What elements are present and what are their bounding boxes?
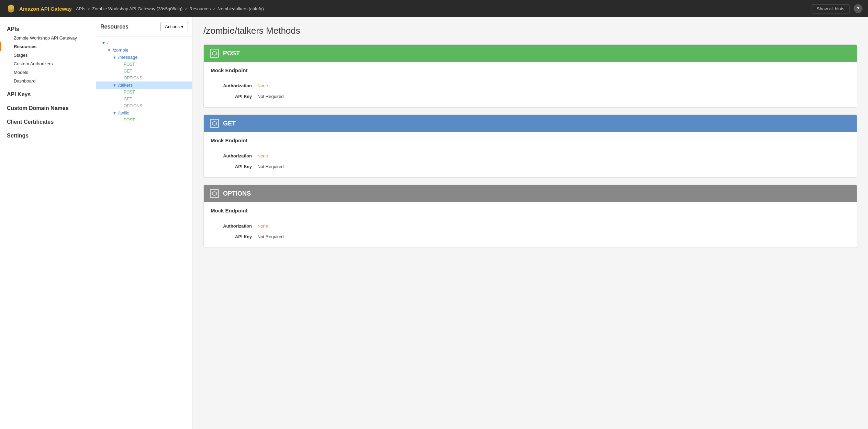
tree-label-msg-post: POST	[124, 62, 135, 67]
tree-label-talkers: /talkers	[118, 82, 133, 88]
post-authorization: Authorization None	[211, 80, 850, 91]
tree-label-zombie: /zombie	[113, 47, 129, 53]
svg-marker-6	[212, 191, 216, 196]
tree-label-msg-get: GET	[124, 69, 132, 74]
breadcrumb-apis[interactable]: APIs	[76, 6, 85, 11]
sidebar-section-apikeys[interactable]: API Keys	[0, 89, 96, 99]
app-name: Amazon API Gateway	[19, 6, 72, 12]
options-method-icon	[210, 189, 219, 198]
main-content: /zombie/talkers Methods POST Mock Endpoi…	[192, 17, 868, 429]
page-title: /zombie/talkers Methods	[203, 25, 857, 36]
top-nav: Amazon API Gateway APIs > Zombie Worksho…	[0, 0, 868, 17]
sidebar-item-dashboard[interactable]: Dashboard	[0, 77, 96, 85]
collapse-tab[interactable]: ◀	[192, 216, 192, 230]
breadcrumb-current: /zombie/talkers (ai4nfg)	[218, 6, 264, 11]
tree-arrow-message: ▼	[113, 55, 117, 59]
sidebar-item-resources[interactable]: Resources	[0, 42, 96, 51]
post-label: POST	[223, 50, 240, 57]
options-apikey-label: API Key	[211, 234, 252, 239]
method-card-post: POST Mock Endpoint Authorization None AP…	[203, 44, 857, 108]
tree-label-twilio: /twilio	[118, 110, 130, 116]
method-card-post-body: Mock Endpoint Authorization None API Key…	[204, 62, 857, 107]
tree-item-zombie[interactable]: ▼ /zombie	[96, 46, 192, 54]
get-endpoint: Mock Endpoint	[211, 138, 850, 147]
resource-tree: ▼ / ▼ /zombie ▼ /message POST GET	[96, 36, 192, 126]
method-card-options-header[interactable]: OPTIONS	[204, 185, 857, 202]
sidebar-item-stages[interactable]: Stages	[0, 51, 96, 59]
get-apikey: API Key Not Required	[211, 161, 850, 172]
options-auth-label: Authorization	[211, 223, 252, 229]
sidebar-item-zombie-gateway[interactable]: Zombie Workshop API Gateway	[0, 34, 96, 42]
get-auth-label: Authorization	[211, 153, 252, 158]
resource-panel: Resources Actions ▾ ◀ ▼ / ▼ /zombie ▼ /m…	[96, 17, 192, 429]
options-apikey: API Key Not Required	[211, 231, 850, 242]
cube-icon-post	[212, 51, 217, 56]
sidebar: APIs Zombie Workshop API Gateway Resourc…	[0, 17, 96, 429]
show-hints-button[interactable]: Show all hints	[812, 4, 849, 13]
sidebar-section-client-certs[interactable]: Client Certificates	[0, 117, 96, 126]
logo-icon	[5, 3, 16, 14]
post-method-icon	[210, 49, 219, 58]
get-apikey-label: API Key	[211, 164, 252, 169]
sidebar-section-settings[interactable]: Settings	[0, 131, 96, 140]
breadcrumb-resources[interactable]: Resources	[189, 6, 211, 11]
method-card-post-header[interactable]: POST	[204, 45, 857, 62]
method-card-options-body: Mock Endpoint Authorization None API Key…	[204, 202, 857, 248]
app-logo: Amazon API Gateway	[5, 3, 72, 14]
post-endpoint: Mock Endpoint	[211, 67, 850, 77]
tree-arrow-twilio: ▼	[113, 111, 117, 115]
get-authorization: Authorization None	[211, 151, 850, 161]
breadcrumb-gateway[interactable]: Zombie Workshop API Gateway (38s5g06dlg)	[92, 6, 183, 11]
tree-item-message-get[interactable]: GET	[96, 68, 192, 75]
method-card-options: OPTIONS Mock Endpoint Authorization None…	[203, 185, 857, 248]
tree-item-message[interactable]: ▼ /message	[96, 54, 192, 61]
options-apikey-value: Not Required	[257, 234, 284, 239]
tree-item-talkers-options[interactable]: OPTIONS	[96, 102, 192, 109]
resource-panel-title: Resources	[100, 24, 157, 30]
actions-button[interactable]: Actions ▾	[160, 22, 188, 31]
tree-item-twilio[interactable]: ▼ /twilio	[96, 109, 192, 117]
sidebar-item-models[interactable]: Models	[0, 68, 96, 77]
tree-label-tlk-options: OPTIONS	[124, 103, 142, 108]
method-card-get-body: Mock Endpoint Authorization None API Key…	[204, 132, 857, 177]
post-auth-value: None	[257, 83, 268, 88]
options-authorization: Authorization None	[211, 221, 850, 231]
get-auth-value: None	[257, 153, 268, 158]
get-method-icon	[210, 119, 219, 128]
method-card-get: GET Mock Endpoint Authorization None API…	[203, 114, 857, 178]
tree-item-root[interactable]: ▼ /	[96, 39, 192, 46]
get-label: GET	[223, 120, 236, 127]
options-endpoint: Mock Endpoint	[211, 208, 850, 217]
tree-item-talkers-post[interactable]: POST	[96, 89, 192, 96]
post-auth-label: Authorization	[211, 83, 252, 88]
tree-item-talkers-get[interactable]: GET	[96, 96, 192, 102]
post-apikey: API Key Not Required	[211, 91, 850, 102]
options-auth-value: None	[257, 223, 268, 229]
sidebar-item-custom-authorizers[interactable]: Custom Authorizers	[0, 59, 96, 68]
options-label: OPTIONS	[223, 190, 251, 197]
sidebar-section-custom-domain[interactable]: Custom Domain Names	[0, 103, 96, 113]
sep2: >	[185, 6, 187, 11]
cube-icon-get	[212, 121, 217, 126]
tree-arrow-root: ▼	[102, 41, 106, 45]
actions-dropdown-icon: ▾	[181, 24, 183, 29]
tree-arrow-zombie: ▼	[107, 48, 111, 52]
help-icon[interactable]: ?	[854, 4, 863, 13]
svg-marker-4	[212, 51, 216, 55]
tree-item-message-post[interactable]: POST	[96, 61, 192, 68]
tree-label-message: /message	[118, 55, 137, 60]
sep1: >	[87, 6, 90, 11]
method-card-get-header[interactable]: GET	[204, 115, 857, 132]
tree-item-twilio-post[interactable]: POST	[96, 117, 192, 123]
sidebar-section-apis[interactable]: APIs	[0, 24, 96, 34]
tree-label-twi-post: POST	[124, 118, 135, 122]
get-apikey-value: Not Required	[257, 164, 284, 169]
resource-panel-header: Resources Actions ▾	[96, 17, 192, 36]
tree-item-talkers[interactable]: ▼ /talkers	[96, 81, 192, 89]
post-apikey-value: Not Required	[257, 94, 284, 99]
tree-label-tlk-get: GET	[124, 97, 132, 101]
tree-item-message-options[interactable]: OPTIONS	[96, 75, 192, 81]
svg-marker-5	[212, 121, 216, 125]
sep3: >	[213, 6, 215, 11]
tree-label-msg-options: OPTIONS	[124, 76, 142, 80]
